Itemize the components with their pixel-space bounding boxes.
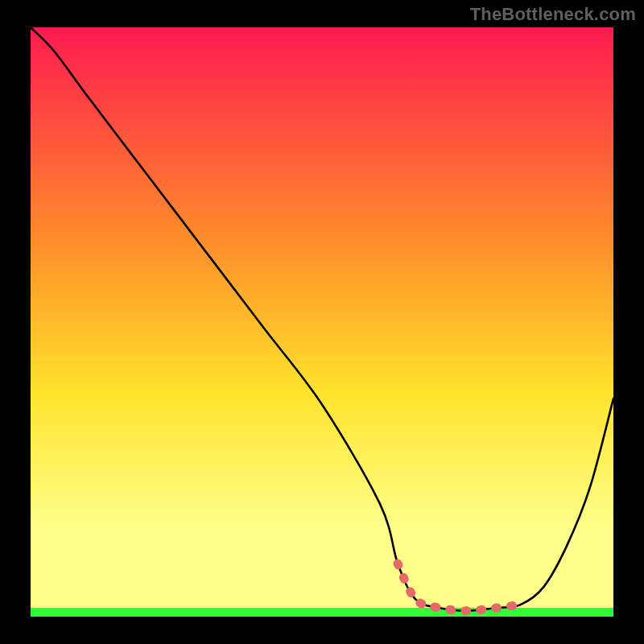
bottleneck-chart	[0, 0, 644, 644]
attribution-text: TheBottleneck.com	[470, 4, 636, 25]
chart-stage: { "attribution": "TheBottleneck.com", "c…	[0, 0, 644, 644]
plot-background	[31, 27, 613, 617]
